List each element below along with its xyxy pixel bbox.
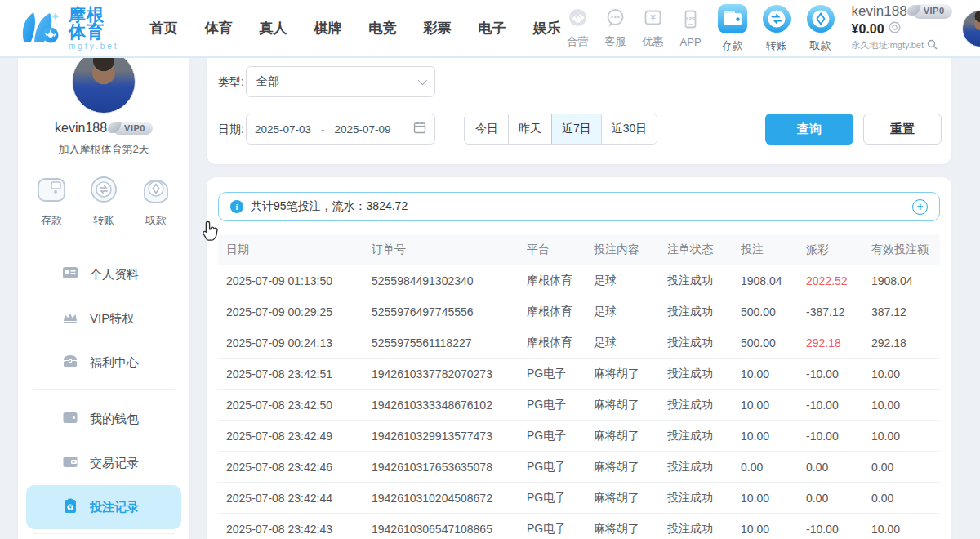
app-button[interactable]: APP APP: [674, 9, 708, 48]
bet-records-table: 日期 订单号 平台 投注内容 注单状态 投注 派彩 有效投注额 2025-07-…: [218, 234, 940, 539]
table-row: 2025-07-08 23:42:43 1942610306547108865 …: [218, 514, 940, 539]
reset-button[interactable]: 重置: [863, 114, 942, 145]
expand-icon[interactable]: +: [912, 199, 928, 215]
cell-payout: 0.00: [806, 461, 871, 474]
mobile-app-icon: APP: [679, 9, 702, 34]
refresh-balance-icon[interactable]: [889, 21, 901, 38]
cell-bet-amount: 10.00: [741, 399, 806, 412]
bet-record-icon: ¥: [62, 497, 78, 517]
cell-payout: -10.00: [806, 399, 871, 412]
transfer-button[interactable]: 转账: [757, 4, 796, 53]
quick-range-button[interactable]: 近7日: [551, 114, 601, 144]
wallet-icon: [62, 409, 78, 429]
table-row: 2025-07-08 23:42:50 1942610333348676102 …: [218, 390, 940, 421]
brand-logo[interactable]: 摩根体育 mgty.bet: [18, 6, 119, 51]
cell-bet-amount: 0.00: [741, 461, 806, 474]
date-range-input[interactable]: 2025-07-03 - 2025-07-09: [246, 114, 435, 145]
sidebar-withdraw-button[interactable]: 取款: [140, 173, 172, 228]
brand-domain: mgty.bet: [69, 42, 119, 51]
chat-icon: [604, 7, 626, 33]
date-filter-label: 日期:: [218, 114, 244, 145]
id-card-icon: [62, 265, 78, 284]
summary-text: 共计95笔投注，流水：3824.72: [251, 199, 408, 214]
search-button[interactable]: 查询: [765, 114, 853, 145]
sidebar-item-transactions[interactable]: 交易记录: [26, 441, 181, 485]
cell-status: 投注成功: [667, 305, 741, 319]
quick-range-button[interactable]: 近30日: [601, 114, 657, 144]
promo-label: 优惠: [643, 34, 664, 49]
sidebar-deposit-button[interactable]: 存款: [35, 173, 68, 228]
type-select[interactable]: 全部: [246, 66, 435, 97]
cell-order-number: 1942610310204508672: [372, 492, 527, 505]
cell-bet-amount: 10.00: [741, 430, 806, 443]
sidebar-item-welfare[interactable]: 福利中心: [26, 341, 181, 385]
user-avatar[interactable]: [962, 10, 980, 47]
table-row: 2025-07-08 23:42:49 1942610329913577473 …: [218, 421, 940, 452]
nav-item[interactable]: 彩票: [424, 19, 452, 38]
quick-range-button[interactable]: 今日: [465, 114, 508, 144]
withdraw-gem-icon: [806, 4, 835, 37]
sidebar-transfer-button[interactable]: 转账: [87, 173, 120, 228]
sidebar-avatar[interactable]: [72, 58, 136, 114]
main-nav: 首页 体育 真人 棋牌 电竞 彩票 电子 娱乐: [150, 19, 561, 38]
cell-status: 投注成功: [667, 522, 741, 537]
nav-item[interactable]: 体育: [205, 19, 233, 38]
vip-badge: VIP0: [912, 4, 952, 19]
column-header-content: 投注内容: [594, 243, 667, 257]
deposit-button[interactable]: 存款: [713, 4, 752, 53]
cell-status: 投注成功: [667, 460, 741, 474]
column-header-status: 注单状态: [667, 243, 741, 257]
svg-text:APP: APP: [685, 16, 695, 21]
sidebar-item-bet-records[interactable]: ¥ 投注记录: [26, 485, 181, 529]
magnifier-icon[interactable]: [927, 38, 938, 54]
chevron-down-icon: [418, 76, 427, 85]
cell-bet-content: 麻将胡了: [594, 429, 667, 443]
cell-platform: 摩根体育: [527, 336, 594, 350]
cell-status: 投注成功: [667, 274, 741, 288]
sidebar-item-profile[interactable]: 个人资料: [26, 252, 181, 296]
promo-button[interactable]: ¥ 优惠: [636, 7, 670, 49]
cell-date: 2025-07-09 01:13:50: [218, 274, 372, 287]
cell-bet-amount: 10.00: [741, 523, 806, 536]
cell-valid-amount: 292.18: [871, 336, 940, 350]
transfer-arrows-icon: [762, 4, 791, 37]
cell-payout: -10.00: [806, 368, 871, 381]
sidebar-item-wallet[interactable]: 我的钱包: [26, 397, 181, 441]
deposit-wallet-icon: [718, 4, 747, 37]
summary-alert: i 共计95笔投注，流水：3824.72 +: [218, 192, 940, 221]
transaction-record-icon: [62, 453, 78, 473]
cell-order-number: 5255976497745556: [372, 305, 527, 318]
quick-range-button[interactable]: 昨天: [508, 114, 551, 144]
column-header-valid: 有效投注额: [871, 243, 940, 257]
service-button[interactable]: 客服: [599, 7, 633, 49]
table-body: 2025-07-09 01:13:50 5255984491302340 摩根体…: [218, 265, 940, 539]
cell-date: 2025-07-08 23:42:50: [218, 399, 372, 412]
nav-item[interactable]: 电子: [479, 19, 506, 38]
nav-item[interactable]: 电竞: [369, 19, 397, 38]
cell-date: 2025-07-08 23:42:43: [218, 523, 372, 536]
cell-order-number: 1942610333348676102: [372, 399, 527, 412]
nav-item[interactable]: 真人: [260, 19, 287, 38]
cell-platform: PG电子: [527, 429, 594, 443]
table-row: 2025-07-09 00:24:13 5255975561118227 摩根体…: [218, 327, 940, 359]
nav-item[interactable]: 首页: [150, 19, 178, 38]
withdraw-button[interactable]: 取款: [801, 4, 840, 53]
cell-payout: 2022.52: [806, 274, 871, 287]
quick-range-group: 今日 昨天 近7日 近30日: [464, 114, 657, 145]
sidebar-item-vip[interactable]: VIP特权: [26, 296, 181, 341]
cell-platform: 摩根体育: [527, 305, 594, 319]
nav-item[interactable]: 棋牌: [314, 19, 342, 38]
username[interactable]: kevin188: [852, 2, 907, 20]
cell-payout: -387.12: [806, 305, 871, 318]
cell-order-number: 1942610329913577473: [372, 430, 527, 443]
partner-button[interactable]: 合营: [561, 7, 595, 49]
permanent-address: 永久地址:mgty.bet: [852, 40, 924, 51]
column-header-bet: 投注: [741, 243, 806, 257]
info-icon: i: [230, 200, 243, 213]
table-row: 2025-07-08 23:42:44 1942610310204508672 …: [218, 483, 940, 514]
sidebar-vip-badge: VIP0: [113, 122, 153, 135]
cell-status: 投注成功: [667, 398, 741, 412]
transfer-outline-icon: [87, 173, 120, 209]
nav-item[interactable]: 娱乐: [533, 19, 561, 38]
sidebar-menu: 个人资料 VIP特权 福利中心 我的钱包: [18, 252, 189, 539]
